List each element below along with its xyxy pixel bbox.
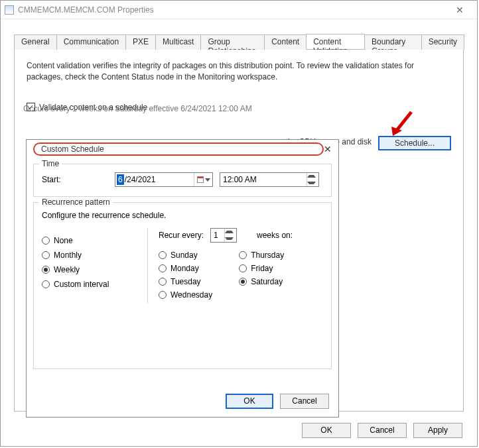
spin-up-icon[interactable] [307,175,316,178]
recur-spinner[interactable] [224,229,234,242]
radio-monthly[interactable]: Monthly [42,251,147,260]
schedule-button[interactable]: Schedule... [378,136,451,150]
ok-button[interactable]: OK [302,423,351,438]
date-dropdown-icon[interactable] [194,173,212,186]
time-group: Time Start: 6 /24/2021 12:00 AM [33,164,332,197]
tab-pxe[interactable]: PXE [125,34,156,50]
svg-marker-1 [391,127,402,136]
time-legend: Time [39,159,62,168]
occurs-text: Occurs every 1 weeks on Saturday effecti… [23,104,252,113]
weeks-on-label: weeks on: [257,231,293,240]
date-rest: /24/2021 [124,175,156,184]
chevron-down-icon [205,178,210,182]
radio-none[interactable]: None [42,236,147,245]
dialog-ok-button[interactable]: OK [226,394,273,409]
tab-boundary-groups[interactable]: Boundary Groups [364,34,422,50]
dialog-cancel-button[interactable]: Cancel [280,394,329,409]
tab-general[interactable]: General [14,34,57,50]
custom-schedule-dialog: Custom Schedule ✕ Time Start: 6 /24/2021… [26,139,339,418]
spin-down-icon[interactable] [307,182,316,184]
window-title: CMMEMCM.MEMCM.COM Properties [18,5,446,15]
recurrence-group: Recurrence pattern Configure the recurre… [33,202,332,369]
calendar-icon [197,176,204,183]
start-date-field[interactable]: 6 /24/2021 [115,172,213,187]
tab-security[interactable]: Security [421,34,464,50]
dialog-titlebar: Custom Schedule ✕ [27,140,338,158]
properties-footer: OK Cancel Apply [302,423,462,438]
apply-button[interactable]: Apply [413,423,462,438]
day-tuesday[interactable]: Tuesday [159,277,212,286]
svg-line-0 [395,112,411,132]
date-selected-part: 6 [117,174,124,185]
recur-every-value[interactable]: 1 [210,228,237,243]
start-time-field[interactable]: 12:00 AM [220,172,319,187]
dialog-close-icon[interactable]: ✕ [324,144,332,154]
tab-content-validation[interactable]: Content Validation [306,34,365,49]
dialog-footer: OK Cancel [226,394,329,409]
day-thursday[interactable]: Thursday [239,251,284,260]
time-spinner[interactable] [307,173,316,186]
day-sunday[interactable]: Sunday [159,251,212,260]
start-label: Start: [42,175,108,184]
titlebar: CMMEMCM.MEMCM.COM Properties ✕ [1,1,477,19]
day-monday[interactable]: Monday [159,264,212,273]
dialog-title: Custom Schedule [41,144,104,154]
time-value: 12:00 AM [223,175,257,184]
close-icon[interactable]: ✕ [446,5,473,15]
radio-custom-interval[interactable]: Custom interval [42,280,147,289]
recurrence-legend: Recurrence pattern [39,197,113,207]
panel-description: Content validation verifies the integrit… [27,60,451,83]
day-saturday[interactable]: Saturday [239,277,284,286]
recur-every-label: Recur every: [159,231,204,240]
recurrence-type-list: None Monthly Weekly Custom interval [42,228,148,304]
configure-text: Configure the recurrence schedule. [42,211,323,220]
cancel-button[interactable]: Cancel [358,423,407,438]
day-friday[interactable]: Friday [239,264,284,273]
day-wednesday[interactable]: Wednesday [159,290,212,300]
tab-communication[interactable]: Communication [56,34,126,50]
tab-content[interactable]: Content [264,34,307,50]
radio-weekly[interactable]: Weekly [42,265,147,274]
tab-group-relationships[interactable]: Group Relationships [200,34,265,50]
tab-multicast[interactable]: Multicast [155,34,201,50]
tabstrip: General Communication PXE Multicast Grou… [14,34,464,50]
window-icon [5,5,14,15]
properties-window: CMMEMCM.MEMCM.COM Properties ✕ General C… [0,0,478,447]
recurrence-detail: Recur every: 1 weeks on: Sunday Monday T… [148,228,323,304]
